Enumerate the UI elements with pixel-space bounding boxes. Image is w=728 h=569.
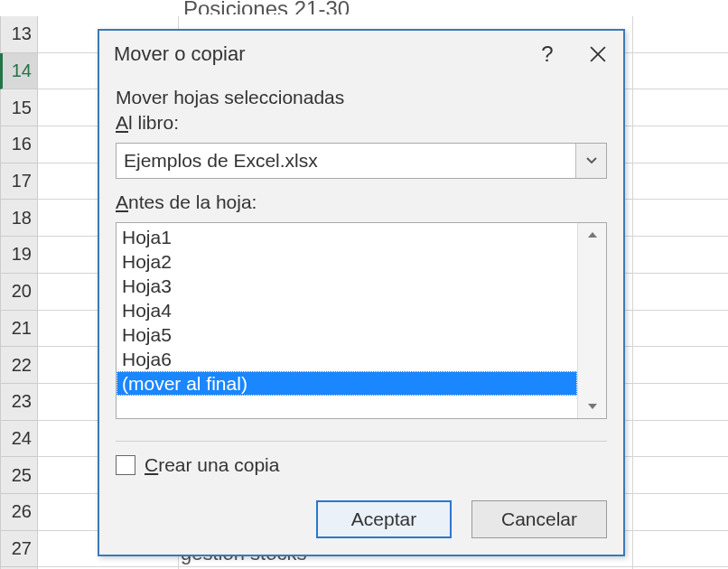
dialog-buttons: Aceptar Cancelar	[316, 500, 607, 538]
chevron-down-icon	[585, 156, 598, 165]
dialog-title: Mover o copiar	[114, 42, 246, 66]
list-item[interactable]: Hoja4	[117, 298, 577, 322]
create-copy-checkbox[interactable]	[116, 455, 135, 475]
list-item[interactable]: Hoja2	[117, 249, 577, 274]
subtitle-label: Mover hojas seleccionadas	[116, 87, 607, 108]
row-header[interactable]: 17	[0, 163, 38, 201]
list-item[interactable]: Hoja1	[117, 225, 577, 249]
before-sheet-label: Antes de la hoja:	[116, 191, 607, 213]
move-or-copy-dialog: Mover o copiar ? Mover hojas seleccionad…	[98, 29, 625, 556]
row-header[interactable]: 18	[0, 200, 38, 237]
row-headers: 13141516171819202122232425262728	[0, 16, 38, 569]
to-book-combobox[interactable]: Ejemplos de Excel.xlsx	[116, 143, 607, 179]
list-item[interactable]: (mover al final)	[117, 371, 577, 396]
svg-marker-3	[588, 404, 597, 409]
to-book-label: Al libro:	[116, 112, 607, 134]
help-button[interactable]: ?	[522, 31, 573, 78]
close-button[interactable]	[573, 31, 623, 78]
list-item[interactable]: Hoja6	[117, 347, 577, 371]
cell-posiciones[interactable]: Posiciones 21-30	[178, 0, 630, 14]
divider	[116, 441, 607, 442]
row-header[interactable]: 21	[0, 311, 38, 348]
create-copy-label: Crear una copia	[145, 454, 279, 476]
before-sheet-listbox[interactable]: Hoja1Hoja2Hoja3Hoja4Hoja5Hoja6(mover al …	[116, 222, 607, 419]
list-items-container: Hoja1Hoja2Hoja3Hoja4Hoja5Hoja6(mover al …	[117, 223, 577, 418]
row-header[interactable]: 16	[0, 126, 38, 163]
combo-dropdown-button[interactable]	[575, 144, 606, 178]
row-header[interactable]: 25	[0, 457, 38, 494]
row-header[interactable]: 23	[0, 384, 38, 421]
cancel-button[interactable]: Cancelar	[471, 500, 607, 538]
row-header[interactable]: 15	[0, 89, 38, 126]
row-header[interactable]: 19	[0, 237, 38, 274]
row-header[interactable]: 27	[0, 531, 38, 568]
scroll-up-icon	[586, 230, 599, 239]
to-book-value: Ejemplos de Excel.xlsx	[124, 150, 575, 172]
cancel-button-label: Cancelar	[501, 508, 577, 530]
ok-button-label: Aceptar	[351, 508, 416, 530]
row-header[interactable]: 26	[0, 494, 38, 531]
row-header[interactable]: 24	[0, 421, 38, 458]
row-header[interactable]: 14	[0, 53, 38, 90]
list-item[interactable]: Hoja5	[117, 322, 577, 347]
row-header[interactable]: 22	[0, 347, 38, 384]
row-header[interactable]: 20	[0, 274, 38, 311]
dialog-titlebar: Mover o copiar ?	[99, 31, 623, 78]
close-icon	[590, 46, 606, 62]
listbox-scrollbar[interactable]	[577, 223, 606, 418]
create-copy-row[interactable]: Crear una copia	[116, 454, 607, 476]
row-header[interactable]: 13	[0, 16, 38, 53]
list-item[interactable]: Hoja3	[117, 274, 577, 298]
scroll-down-icon	[586, 402, 599, 411]
svg-marker-2	[588, 232, 597, 238]
help-icon: ?	[541, 42, 553, 67]
ok-button[interactable]: Aceptar	[316, 500, 452, 538]
